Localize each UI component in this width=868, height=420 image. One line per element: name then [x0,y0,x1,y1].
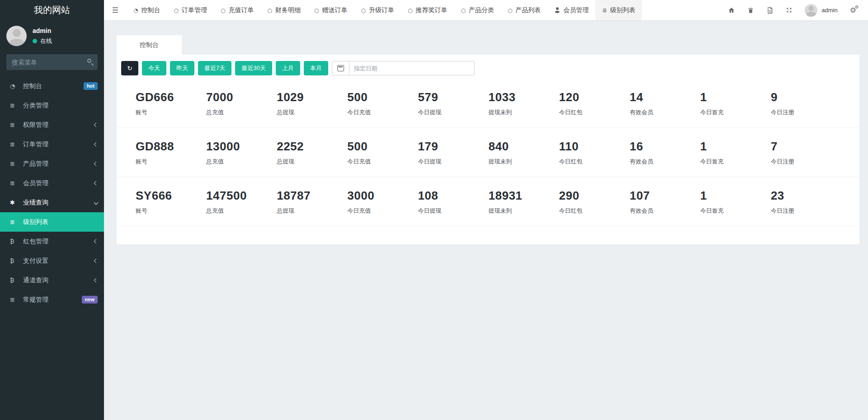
stat-label: 有效会员 [630,108,700,117]
user-status: 在线 [33,37,52,45]
filter-last-7-days-button[interactable]: 最近7天 [198,61,231,75]
sidebar-item-label: 控制台 [23,82,42,90]
tab-circle-icon: ○ [221,7,225,14]
stat-cell: 1033提现未到 [489,90,559,117]
sidebar-item-general-mgmt[interactable]: ≣常规管理new [0,290,104,309]
top-tab-console[interactable]: ◔控制台 [127,0,167,20]
sidebar-item-member-mgmt[interactable]: ≣会员管理 [0,173,104,193]
sidebar-item-label: 产品管理 [23,160,48,168]
stat-cell: 23今日注册 [771,189,841,215]
stat-value: 16 [630,140,700,154]
stat-cell: 3000今日充值 [347,189,418,215]
sidebar-item-category-mgmt[interactable]: ≣分类管理 [0,96,104,115]
tab-circle-icon: ○ [461,7,465,14]
stat-cell: GD888账号 [136,140,206,166]
topbar-right: admin ⚙⚙ [728,0,868,20]
page-tab-console[interactable]: 控制台 [117,35,182,55]
stat-label: 总提现 [277,207,347,215]
sidebar-item-level-list[interactable]: ≣级别列表 [0,212,104,232]
top-tab-finance-detail[interactable]: ○财务明细 [260,0,307,20]
stat-label: 总提现 [277,158,347,166]
fullscreen-icon[interactable] [786,7,793,14]
stat-label: 今日注册 [771,158,841,166]
sidebar-item-performance-query[interactable]: ✱业绩查询 [0,193,104,212]
stat-value: 9 [771,90,841,104]
stat-value: 7 [771,140,841,154]
top-tab-level-list[interactable]: ≣级别列表 [595,0,642,20]
stat-label: 今日充值 [347,108,418,117]
stat-label: 今日提现 [418,108,488,117]
stat-cell: GD666账号 [136,90,206,117]
settings-gears-icon[interactable]: ⚙⚙ [850,7,856,14]
stat-value: 110 [559,140,630,154]
topbar-user[interactable]: admin [805,4,837,17]
top-tab-referral-reward-orders[interactable]: ○推荐奖订单 [401,0,454,20]
top-tab-order-mgmt[interactable]: ○订单管理 [167,0,213,20]
sidebar-item-redpacket-mgmt[interactable]: ₿红包管理 [0,232,104,251]
stat-cell: 1今日首充 [700,189,771,215]
filter-today-button[interactable]: 今天 [142,61,166,75]
sidebar-item-console[interactable]: ◔控制台hot [0,76,104,96]
stat-label: 提现未到 [489,207,559,215]
stats-panel: ↻ 今天昨天最近7天最近30天上月本月 GD666账号7000总充值1029总提… [117,55,859,244]
chevron-left-icon [94,239,99,244]
stat-label: 账号 [136,108,206,117]
menu-list-icon: ≣ [10,121,19,128]
sidebar-item-order-mgmt[interactable]: ≣订单管理 [0,135,104,154]
stat-value: 107 [630,189,700,203]
filter-toolbar: ↻ 今天昨天最近7天最近30天上月本月 [117,55,859,75]
topbar-avatar [805,4,817,17]
hamburger-icon[interactable]: ☰ [104,0,127,20]
stat-cell: SY666账号 [136,189,206,215]
backup-icon[interactable] [766,7,774,14]
filter-last-30-days-button[interactable]: 最近30天 [235,61,272,75]
stat-label: 账号 [136,158,206,166]
stat-label: 今日注册 [771,108,841,117]
top-tab-product-list[interactable]: ○产品列表 [501,0,547,20]
app-title: 我的网站 [0,0,104,20]
top-tab-upgrade-orders[interactable]: ○升级订单 [354,0,401,20]
content-area: 控制台 ↻ 今天昨天最近7天最近30天上月本月 GD666账号7000总充值10… [104,20,868,420]
top-tab-recharge-orders[interactable]: ○充值订单 [214,0,260,20]
trash-icon[interactable] [747,7,754,14]
top-tab-member-mgmt[interactable]: 会员管理 [547,0,595,20]
search-icon[interactable] [87,59,91,63]
stat-value: GD666 [136,90,206,104]
top-tab-product-category[interactable]: ○产品分类 [454,0,500,20]
user-status-label: 在线 [40,37,52,45]
stat-value: 14 [630,90,700,104]
filter-this-month-button[interactable]: 本月 [304,61,328,75]
online-dot-icon [33,39,37,43]
refresh-button[interactable]: ↻ [121,61,138,75]
stat-value: 23 [771,189,841,203]
calendar-icon[interactable] [332,61,349,75]
top-tab-label: 产品列表 [515,6,541,14]
stat-cell: 9今日注册 [771,90,841,117]
stat-label: 今日提现 [418,207,488,215]
top-tab-gift-orders[interactable]: ○赠送订单 [307,0,354,20]
sidebar-item-payment-settings[interactable]: ₿支付设置 [0,251,104,271]
sidebar-item-label: 常规管理 [23,296,48,304]
stat-cell: 7000总充值 [206,90,277,117]
user-icon [554,7,560,13]
filter-buttons: 今天昨天最近7天最近30天上月本月 [142,61,332,75]
sidebar-item-channel-query[interactable]: ₿通道查询 [0,271,104,290]
filter-last-month-button[interactable]: 上月 [276,61,300,75]
filter-yesterday-button[interactable]: 昨天 [170,61,194,75]
home-icon[interactable] [728,7,735,14]
stat-cell: 179今日提现 [418,140,488,166]
stat-label: 有效会员 [630,207,700,215]
stat-value: 13000 [206,140,277,154]
menu-list-icon: ≣ [10,102,19,109]
main-area: ☰ ◔控制台○订单管理○充值订单○财务明细○赠送订单○升级订单○推荐奖订单○产品… [104,0,868,420]
sidebar-item-product-mgmt[interactable]: ≣产品管理 [0,154,104,173]
sidebar-item-permission-mgmt[interactable]: ≣权限管理 [0,115,104,135]
stat-label: 今日充值 [347,158,418,166]
date-input[interactable] [349,61,474,75]
search-input[interactable] [6,54,98,70]
stat-value: 290 [559,189,630,203]
stat-row: GD666账号7000总充值1029总提现500今日充值579今日提现1033提… [117,79,859,128]
chevron-left-icon [94,259,99,263]
stat-cell: 7今日注册 [771,140,841,166]
stat-cell: 18787总提现 [277,189,347,215]
